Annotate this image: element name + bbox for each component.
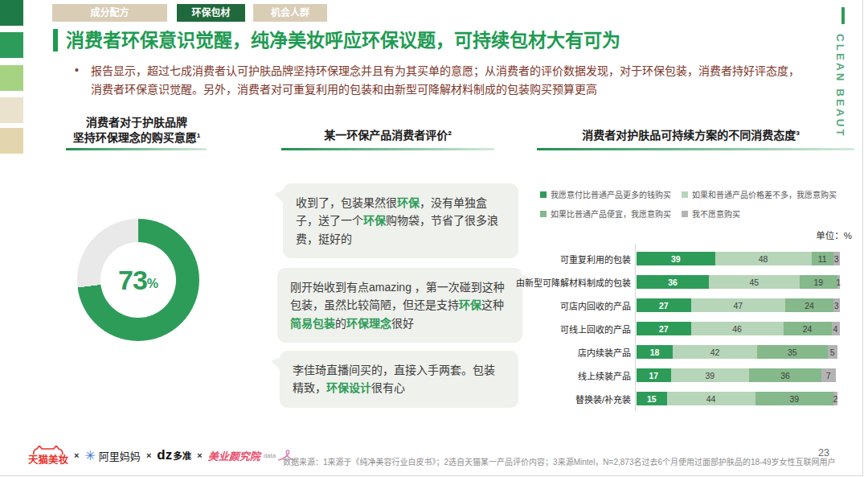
review-highlight: 环保 (397, 196, 420, 209)
bar-value-label: 18 (650, 347, 660, 357)
unit-label: 单位：% (764, 228, 852, 241)
bar-segment: 42 (673, 345, 757, 359)
legend-label: 如果和普通产品价格差不多，我愿意购买 (692, 188, 837, 200)
bar-track: 1842355 (637, 345, 837, 359)
page-title: 消费者环保意识觉醒，纯净美妆呼应环保议题，可持续包材大有可为 (66, 25, 620, 52)
bar-value-label: 17 (649, 371, 658, 380)
bar-segment: 39 (637, 252, 715, 265)
bar-category-label: 可重复利用的包装 (512, 253, 637, 265)
bar-value-label: 44 (706, 394, 716, 404)
bar-legend: 我愿意付比普通产品更多的钱购买如果和普通产品价格差不多，我愿意购买如果比普通产品… (540, 188, 855, 220)
bar-segment: 44 (667, 392, 755, 405)
bar-value-label: 27 (659, 324, 669, 334)
tmall-beauty-label: 天猫美妆 (28, 455, 68, 466)
bar-segment: 39 (671, 368, 750, 382)
logo-separator: × (146, 450, 151, 460)
tab-opportunity-groups[interactable]: 机会人群 (253, 4, 327, 22)
bar-track: 2747243 (637, 298, 840, 312)
strip-square (0, 128, 23, 154)
bar-segment: 17 (637, 368, 671, 382)
bar-segment: 2 (833, 392, 837, 405)
bar-segment: 3 (833, 252, 840, 265)
bar-value-label: 1 (836, 278, 841, 287)
bar-category-label: 由新型可降解材料制成的包装 (512, 276, 637, 289)
bar-value-label: 39 (705, 371, 714, 380)
tab-eco-packaging[interactable]: 环保包材 (177, 4, 245, 22)
legend-item: 我不愿意购买 (682, 208, 855, 220)
bar-segment: 46 (691, 322, 784, 335)
legend-swatch-icon (540, 191, 547, 198)
bar-segment: 1 (837, 275, 840, 289)
bar-row: 可店内回收的产品2747243 (512, 298, 840, 312)
bar-segment: 3 (833, 298, 840, 312)
bar-segment: 47 (691, 298, 786, 312)
bar-value-label: 4 (833, 324, 838, 334)
bar-category-label: 替换装/补充装 (512, 393, 637, 405)
bar-value-label: 42 (710, 347, 720, 357)
strip-square (0, 0, 23, 26)
bar-segment: 4 (832, 322, 840, 335)
bar-value-label: 19 (813, 278, 823, 287)
bar-segment: 11 (812, 252, 834, 265)
bar-category-label: 可线上回收的产品 (512, 323, 637, 335)
bar-segment: 18 (637, 345, 673, 359)
slide-page: 成分配方 环保包材 机会人群 CLEAN BEAUT 消费者环保意识觉醒，纯净美… (0, 0, 863, 476)
bar-segment: 36 (637, 275, 709, 289)
strip-square (0, 97, 23, 123)
attitudes-section-underline (537, 148, 854, 150)
bar-value-label: 39 (671, 254, 681, 264)
review-bubble: 李佳琦直播间买的，直接入手两套。包装精致，环保设计很有心 (280, 351, 518, 408)
review-highlight: 环保理念 (346, 317, 391, 330)
logo-separator: × (197, 450, 202, 460)
data-source-note: 数据来源：1来源于《纯净美容行业白皮书》；2选自天猫某一产品评价内容；3来源Mi… (283, 455, 813, 467)
legend-swatch-icon (540, 211, 547, 217)
bar-segment: 35 (757, 345, 828, 359)
bar-segment: 24 (785, 298, 833, 312)
bar-value-label: 36 (668, 278, 678, 287)
donut-section-underline (66, 148, 207, 150)
legend-swatch-icon (682, 211, 688, 217)
legend-label: 我不愿意购买 (692, 208, 740, 220)
reviews-section-title: 某一环保产品消费者评价² (281, 128, 494, 143)
bar-segment: 24 (784, 322, 832, 335)
bubble-tail (274, 190, 284, 203)
bar-value-label: 36 (780, 371, 790, 380)
bar-value-label: 46 (732, 324, 742, 334)
bar-segment: 45 (709, 275, 800, 289)
bar-segment: 39 (755, 392, 834, 405)
tab-ingredients[interactable]: 成分配方 (52, 4, 167, 22)
bar-value-label: 35 (788, 347, 797, 357)
bar-segment: 27 (637, 298, 691, 312)
review-text: 很有心 (371, 381, 405, 394)
donut-value: 73 (118, 265, 147, 296)
dz-logo: dz (157, 447, 172, 463)
donut-chart: 73% (77, 219, 199, 341)
page-number: 23 (818, 447, 829, 458)
summary-text: 报告显示，超过七成消费者认可护肤品牌坚持环保理念并且有为其买单的意愿；从消费者的… (91, 62, 810, 98)
alimama-logo: 阿里妈妈 (99, 448, 141, 463)
bar-category-label: 可店内回收的产品 (512, 299, 637, 312)
bar-value-label: 27 (659, 301, 669, 310)
review-highlight: 环保 (459, 298, 481, 311)
legend-item: 我愿意付比普通产品更多的钱购买 (540, 188, 682, 200)
review-bubble: 收到了，包装果然很环保，没有单独盒子，送了一个环保购物袋，节省了很多浪费，挺好的 (283, 183, 518, 258)
bar-row: 替换装/补充装1544392 (512, 392, 840, 405)
bar-track: 1544392 (637, 392, 837, 405)
bar-segment: 15 (637, 392, 667, 405)
bar-category-label: 店内续装产品 (512, 346, 637, 359)
bullet-dot: • (75, 64, 79, 76)
bar-value-label: 47 (733, 301, 743, 310)
review-text: 收到了，包装果然很 (296, 196, 397, 209)
bubble-tail (271, 357, 280, 370)
review-bubble: 刚开始收到有点amazing ，第一次碰到这种包装，虽然比较简陋，但还是支持环保… (277, 268, 522, 343)
review-text: 很好 (391, 317, 414, 330)
bar-value-label: 3 (834, 301, 839, 310)
dz-duozhun-label: 多准 (173, 449, 191, 462)
tmall-beauty-logo: 天猫美妆 (28, 446, 68, 466)
footer-logos: 天猫美妆 × ✳ 阿里妈妈 × dz 多准 × 美业颜究院 data (28, 441, 295, 470)
legend-item: 如果和普通产品价格差不多，我愿意购买 (682, 188, 855, 200)
bar-segment: 48 (715, 252, 812, 265)
bar-value-label: 39 (789, 394, 799, 404)
bar-value-label: 24 (803, 324, 813, 334)
review-text: 的 (335, 317, 346, 330)
